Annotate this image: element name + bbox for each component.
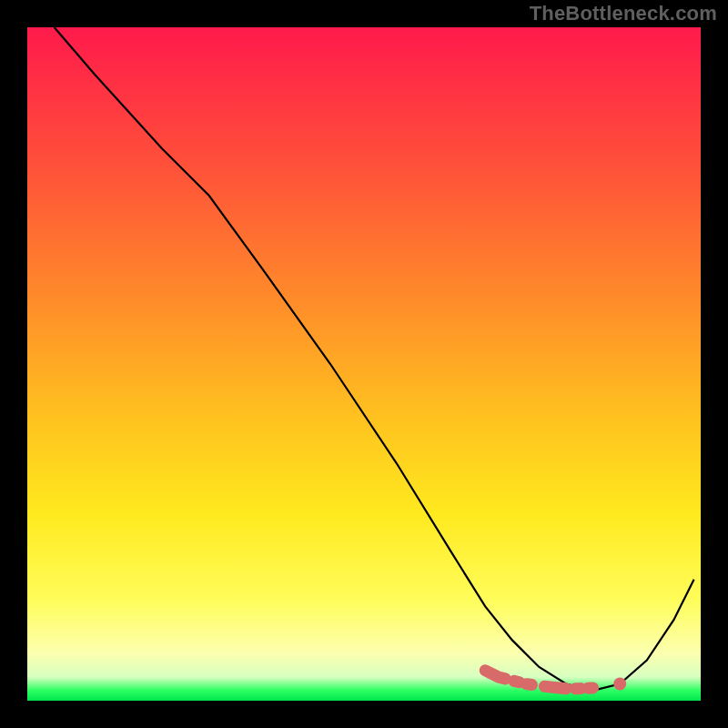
bottleneck-chart — [0, 0, 728, 728]
watermark-text: TheBottleneck.com — [530, 2, 717, 25]
optimal-dot — [613, 678, 626, 691]
chart-frame: TheBottleneck.com — [0, 0, 728, 728]
plot-background — [27, 27, 701, 701]
